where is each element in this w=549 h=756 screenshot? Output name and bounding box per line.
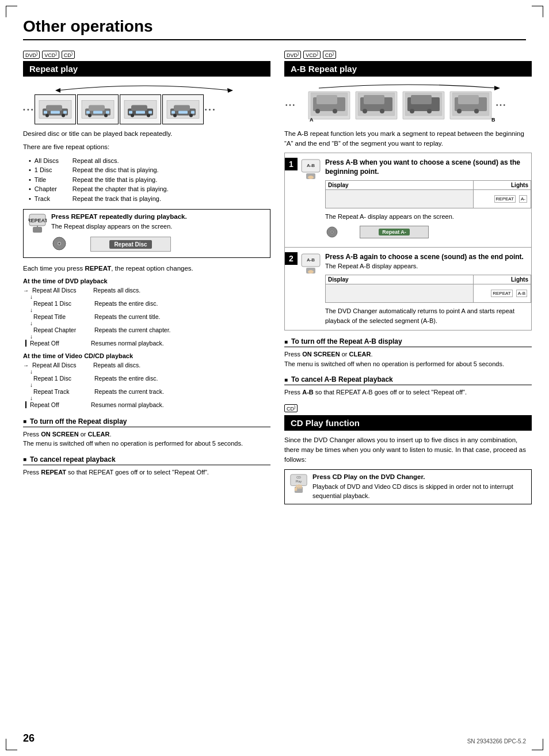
cd-badge-r: CD) <box>323 51 336 59</box>
cancel-ab-title: To cancel A-B Repeat playback <box>284 375 532 385</box>
ellipsis-right: • • • <box>205 106 215 113</box>
turn-off-repeat-section: To turn off the Repeat display Press ON … <box>23 417 270 449</box>
dvd-badge-r: DVD) <box>284 51 301 59</box>
vcd-badge-r: VCD) <box>303 51 320 59</box>
svg-point-59 <box>410 109 414 113</box>
svg-point-40 <box>59 242 60 244</box>
cd-format-badge: CD) <box>284 404 532 414</box>
svg-text:Play: Play <box>296 480 302 484</box>
film-frame-2 <box>77 94 119 124</box>
bullet-item: • All Discs Repeat all discs. <box>29 156 270 166</box>
step-1: 1 A-B Press A-B when you want to choose … <box>284 153 532 248</box>
step-2-display: Display Lights REPEAT A-B <box>325 275 531 303</box>
svg-rect-4 <box>46 105 62 111</box>
repeat-play-header: Repeat play <box>23 61 270 77</box>
svg-marker-41 <box>494 86 500 90</box>
svg-rect-33 <box>191 111 195 114</box>
ab-diagram-svg: • • • <box>284 81 532 123</box>
cd-instruction-box: CD Play Press CD Play on the DVD Changer… <box>284 469 532 504</box>
each-time-text: Each time you press REPEAT, the repeat o… <box>23 264 270 273</box>
dvd-badge: DVD) <box>23 51 40 59</box>
turn-off-repeat-title: To turn off the Repeat display <box>23 417 270 427</box>
svg-text:A: A <box>310 117 314 123</box>
cancel-repeat-body: Press REPEAT so that REPEAT goes off or … <box>23 468 270 477</box>
step-2-number: 2 <box>285 252 298 265</box>
svg-rect-46 <box>317 95 337 104</box>
ellipsis-left: • • • <box>23 106 33 113</box>
page-title: Other operations <box>23 17 526 40</box>
cd-badge-section: CD) <box>284 404 298 412</box>
turn-off-ab-body2: The menu is switched off when no operati… <box>284 359 532 369</box>
svg-rect-52 <box>364 95 384 104</box>
repeat-icon: REPEAT <box>28 213 47 234</box>
svg-text:A-B: A-B <box>307 163 315 168</box>
bullet-item: • 1 Disc Repeat the disc that is playing… <box>29 165 270 175</box>
lights-label-2: Lights <box>473 275 531 284</box>
step-1-icon: A-B <box>301 158 322 180</box>
bullet-item: • Track Repeat the track that is playing… <box>29 194 270 204</box>
svg-rect-36 <box>33 227 42 233</box>
svg-marker-1 <box>55 88 60 93</box>
vcd-flow-title: At the time of Video CD/CD playback <box>23 352 270 359</box>
svg-rect-87 <box>300 485 302 489</box>
svg-text:• • •: • • • <box>285 102 295 108</box>
svg-point-66 <box>474 109 479 113</box>
svg-rect-12 <box>89 105 105 111</box>
svg-rect-58 <box>411 95 432 104</box>
format-badges-right: DVD) VCD) CD) <box>284 51 532 59</box>
svg-rect-88 <box>295 488 297 491</box>
ab-intro-text: The A-B repeat function lets you mark a … <box>284 129 532 149</box>
step-1-number: 1 <box>285 158 298 170</box>
a-indicator-1: A- <box>519 195 527 203</box>
page-number: 26 <box>23 732 35 744</box>
svg-point-47 <box>315 109 320 113</box>
disc-icon-right <box>325 225 339 239</box>
turn-off-ab-title: To turn off the Repeat A-B display <box>284 337 532 347</box>
ab-diagram: • • • <box>284 81 532 124</box>
svg-rect-15 <box>86 111 90 114</box>
step-1-title: Press A-B when you want to choose a scen… <box>325 158 531 177</box>
svg-rect-24 <box>136 111 145 114</box>
svg-rect-25 <box>148 111 152 114</box>
svg-point-14 <box>104 114 108 117</box>
svg-point-76 <box>331 231 333 232</box>
step-1-display-screen: Repeat A- <box>325 224 531 240</box>
intro-text1: Desired disc or title can be played back… <box>23 129 270 139</box>
turn-off-repeat-body1: Press ON SCREEN or CLEAR. <box>23 430 270 439</box>
repeat-indicator-2: REPEAT <box>491 290 512 297</box>
svg-rect-16 <box>93 111 102 114</box>
svg-point-5 <box>45 114 49 117</box>
format-badges-left: DVD) VCD) CD) <box>23 51 270 59</box>
curved-arrow-svg <box>23 81 265 93</box>
display-screen-text: Repeat Disc <box>109 240 151 249</box>
dvd-flow-title: At the time of DVD playback <box>23 278 270 284</box>
cd-play-header: CD Play function <box>284 415 532 431</box>
repeat-play-diagram: • • • <box>23 81 270 124</box>
step-1-content: Press A-B when you want to choose a scen… <box>325 158 531 242</box>
svg-rect-9 <box>63 111 67 114</box>
svg-rect-23 <box>129 111 132 114</box>
step-1-screen-text: The Repeat A- display appears on the scr… <box>325 212 531 222</box>
svg-rect-64 <box>458 95 479 104</box>
svg-point-54 <box>380 109 384 113</box>
cd-intro-text: Since the DVD Changer allows you to inse… <box>284 435 532 465</box>
svg-rect-28 <box>174 105 190 111</box>
film-frame-4 <box>162 94 204 124</box>
footer-serial: SN 29343266 DPC-5.2 <box>467 738 526 744</box>
step-2-content: Press A-B again to choose a scene (sound… <box>325 252 531 326</box>
cancel-repeat-title: To cancel repeat playback <box>23 455 270 465</box>
svg-point-21 <box>131 114 134 117</box>
svg-text:CD: CD <box>296 476 301 480</box>
bullet-item: • Chapter Repeat the chapter that is pla… <box>29 184 270 194</box>
ab-indicator-2: A-B <box>516 290 527 297</box>
svg-point-29 <box>173 114 177 117</box>
right-column: DVD) VCD) CD) A-B Repeat play • • • <box>284 51 532 510</box>
svg-rect-17 <box>106 111 109 114</box>
step-2-dvd-text: The DVD Changer automatically returns to… <box>325 306 531 325</box>
cd-instruction-content: Press CD Play on the DVD Changer. Playba… <box>312 473 527 500</box>
svg-text:B: B <box>491 117 495 123</box>
step-2: 2 A-B Press A-B again to choose a scene … <box>284 248 532 331</box>
film-frame-3 <box>120 94 161 124</box>
repeat-a-text: Repeat A- <box>379 229 410 235</box>
svg-rect-31 <box>171 111 175 114</box>
